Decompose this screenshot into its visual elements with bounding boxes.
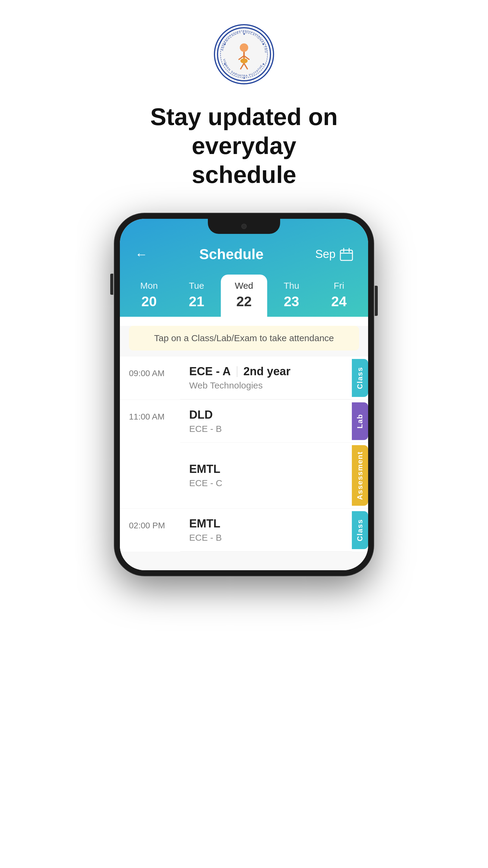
phone-frame: ← Schedule Sep Mon: [115, 213, 373, 576]
tag-class-1: Class: [352, 511, 368, 549]
time-1400: 02:00 PM: [120, 509, 180, 552]
time-0900: 09:00 AM: [120, 356, 180, 399]
header-top: ← Schedule Sep: [120, 237, 368, 269]
svg-rect-17: [340, 250, 352, 260]
notice-bar: Tap on a Class/Lab/Exam to take attendan…: [129, 326, 359, 350]
item-emtl-1[interactable]: EMTL ECE - C: [180, 443, 352, 508]
phone-screen: ← Schedule Sep Mon: [120, 219, 368, 570]
day-selector: Mon 20 Tue 21 Wed 22 Thu 23: [120, 269, 368, 317]
logo-svg: ★ ★ ★ ★ ★ ★ ANNAMACHARY EDUCATIONAL TRUS…: [217, 27, 271, 82]
back-button[interactable]: ←: [135, 247, 148, 261]
schedule-slot-1400[interactable]: 02:00 PM EMTL ECE - B Class: [120, 509, 368, 552]
day-fri[interactable]: Fri 24: [316, 275, 362, 317]
notch: [208, 219, 280, 234]
item-subtitle-emtl-2: ECE - B: [189, 532, 346, 543]
item-subtitle-dld: ECE - B: [189, 424, 346, 434]
tag-lab-0: Lab: [352, 402, 368, 440]
item-subtitle-emtl-1: ECE - C: [189, 478, 346, 488]
month-label: Sep: [315, 248, 335, 261]
item-title-ece-a: ECE - A 2nd year: [189, 365, 346, 378]
phone-mockup: ← Schedule Sep Mon: [115, 213, 373, 576]
item-title-dld: DLD: [189, 408, 346, 421]
camera: [241, 224, 247, 229]
headline: Stay updated on everyday schedule: [108, 102, 380, 189]
schedule-slot-1100[interactable]: 11:00 AM DLD ECE - B Lab: [120, 400, 368, 508]
item-ece-a[interactable]: ECE - A 2nd year Web Technologies: [180, 356, 352, 399]
item-dld[interactable]: DLD ECE - B: [180, 400, 352, 442]
day-mon[interactable]: Mon 20: [126, 275, 172, 317]
item-title-emtl-2: EMTL: [189, 517, 346, 530]
item-emtl-2[interactable]: EMTL ECE - B: [180, 509, 352, 552]
item-title-emtl-1: EMTL: [189, 463, 346, 475]
day-tue[interactable]: Tue 21: [173, 275, 220, 317]
schedule-slot-0900[interactable]: 09:00 AM ECE - A 2nd year Web Technologi…: [120, 356, 368, 399]
tag-class-0: Class: [352, 359, 368, 397]
header-right: Sep: [315, 248, 353, 261]
app-content: Tap on a Class/Lab/Exam to take attendan…: [120, 326, 368, 570]
time-1100: 11:00 AM: [120, 400, 180, 508]
svg-point-10: [240, 43, 248, 52]
tag-assessment-0: Assessment: [352, 445, 368, 506]
title-divider: [237, 366, 237, 377]
screen-title: Schedule: [199, 246, 263, 262]
logo: ★ ★ ★ ★ ★ ★ ANNAMACHARY EDUCATIONAL TRUS…: [214, 24, 274, 84]
svg-point-16: [240, 59, 248, 63]
item-subtitle-ece-a: Web Technologies: [189, 380, 346, 391]
calendar-icon[interactable]: [340, 248, 353, 261]
day-thu[interactable]: Thu 23: [268, 275, 315, 317]
day-wed[interactable]: Wed 22: [221, 275, 267, 317]
